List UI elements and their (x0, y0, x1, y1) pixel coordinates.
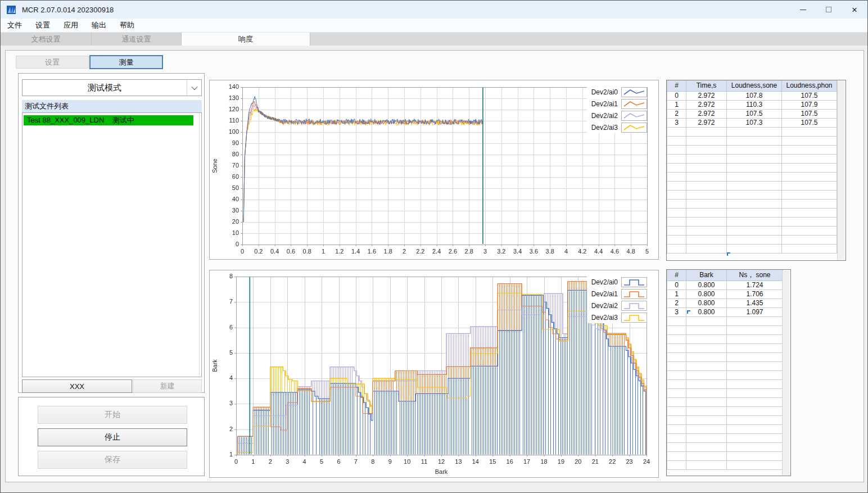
test-mode-dropdown[interactable]: 测试模式 (22, 79, 202, 96)
table-cell (727, 388, 783, 397)
legend-row: Dev2/ai2 (587, 300, 647, 311)
table-cell: 107.5 (782, 91, 837, 100)
table-cell (667, 208, 686, 217)
test-file-item[interactable]: Test 88_XXX_009_LDN 测试中 (24, 115, 193, 125)
table-cell (727, 136, 782, 145)
table-cell (727, 163, 782, 172)
table-cell (686, 433, 727, 442)
line-series-icon (621, 111, 647, 121)
menu-bar: 文件设置应用输出帮助 (1, 19, 867, 33)
table-cell (667, 397, 686, 406)
tab-2[interactable]: 响度 (182, 33, 310, 46)
bark-chart-legend: Dev2/ai0Dev2/ai1Dev2/ai2Dev2/ai3 (587, 276, 647, 323)
save-button[interactable]: 保存 (38, 451, 187, 469)
list-scroll-divider (199, 113, 200, 377)
table-row[interactable]: 12.972110.3107.9 (667, 100, 837, 109)
table-cell (782, 172, 837, 181)
xxx-button[interactable]: XXX (22, 379, 132, 393)
table-cell (667, 226, 686, 235)
table-cell (727, 442, 783, 451)
loudness-chart-legend: Dev2/ai0Dev2/ai1Dev2/ai2Dev2/ai3 (587, 86, 647, 133)
table-cell (727, 226, 782, 235)
start-button[interactable]: 开始 (38, 406, 187, 424)
table-row-empty (667, 379, 783, 388)
table-cell: 0.800 (686, 307, 727, 316)
table-cell (667, 415, 686, 424)
legend-row: Dev2/ai2 (587, 110, 647, 121)
table-cell (686, 424, 727, 433)
bark-result-table: #BarkNs， sone00.8001.72410.8001.70620.80… (666, 269, 791, 476)
table-cell (667, 325, 686, 334)
column-header: Ns， sone (727, 270, 783, 281)
table-cell (686, 397, 727, 406)
legend-label: Dev2/ai2 (587, 112, 618, 120)
table-row-empty (667, 343, 783, 352)
table-cell (667, 424, 686, 433)
table-cell (686, 379, 727, 388)
legend-row: Dev2/ai1 (587, 288, 647, 300)
table-cell: 1.724 (727, 281, 783, 290)
table-cell: 107.9 (782, 100, 837, 109)
table-row[interactable]: 02.972107.8107.5 (667, 91, 837, 100)
menu-item-1[interactable]: 设置 (29, 20, 57, 30)
table-cell (727, 370, 783, 379)
table-cell: 1.097 (727, 307, 783, 316)
legend-row: Dev2/ai0 (587, 276, 647, 288)
table-cell (727, 190, 782, 199)
table-cell: 0 (667, 281, 686, 290)
table-cell (686, 172, 727, 181)
minimize-icon[interactable] (790, 1, 816, 19)
loudness-result-table: #Time,sLoudness,soneLoudness,phon02.9721… (666, 80, 846, 261)
table-cell (782, 127, 837, 136)
table-row[interactable]: 20.8001.435 (667, 298, 783, 307)
table-row[interactable]: 22.972107.5107.5 (667, 109, 837, 118)
menu-item-3[interactable]: 输出 (85, 20, 113, 30)
stop-button[interactable]: 停止 (38, 428, 187, 446)
table-cell (727, 208, 782, 217)
table-row[interactable]: 32.972107.3107.5 (667, 118, 837, 127)
new-button[interactable]: 新建 (133, 379, 202, 393)
table-cell (727, 406, 783, 415)
table-row-empty (667, 172, 837, 181)
table-cell (686, 217, 727, 226)
table-cell (686, 406, 727, 415)
table-row[interactable]: 00.8001.724 (667, 281, 783, 290)
column-header: Loudness,phon (782, 80, 837, 91)
column-header: Time,s (686, 80, 727, 91)
table-row-empty (667, 226, 837, 235)
test-file-list[interactable]: Test 88_XXX_009_LDN 测试中 (22, 112, 202, 377)
menu-item-2[interactable]: 应用 (57, 20, 85, 30)
table-cell: 0.800 (686, 298, 727, 307)
line-series-icon (621, 87, 647, 97)
table-cell (667, 244, 686, 253)
table-cell (667, 334, 686, 343)
table-cell: 3 (667, 307, 686, 316)
maximize-icon[interactable] (816, 1, 842, 19)
table-row[interactable]: 30.8001.097 (667, 307, 783, 316)
table-cell (686, 199, 727, 208)
tab-settings-button[interactable]: 设置 (16, 56, 89, 69)
close-icon[interactable]: × (842, 1, 867, 19)
table-row-empty (667, 415, 783, 424)
tab-1[interactable]: 通道设置 (92, 33, 182, 46)
table-cell (667, 460, 686, 469)
chevron-down-icon (187, 80, 201, 96)
legend-label: Dev2/ai3 (587, 124, 618, 132)
table-cell: 0.800 (686, 281, 727, 290)
table-cell (727, 235, 782, 244)
cell-focus-mark (687, 310, 690, 314)
legend-row: Dev2/ai1 (587, 98, 647, 110)
tab-0[interactable]: 文档设置 (1, 33, 92, 46)
table-cell (667, 361, 686, 370)
column-header: # (667, 270, 686, 281)
histogram-series-icon (621, 277, 647, 287)
table-row[interactable]: 10.8001.706 (667, 290, 783, 298)
table-cell (727, 127, 782, 136)
menu-item-4[interactable]: 帮助 (113, 20, 141, 30)
table-cell: 107.8 (727, 91, 782, 100)
table-cell: 107.3 (727, 118, 782, 127)
table-cell (686, 460, 727, 469)
menu-item-0[interactable]: 文件 (1, 20, 29, 30)
tab-measure-button[interactable]: 测量 (89, 55, 163, 69)
table-row-empty (667, 370, 783, 379)
